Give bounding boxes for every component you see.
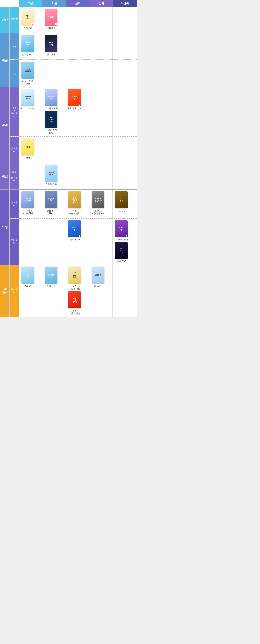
book-ildong: 일등전략 일등전략 — [90, 267, 106, 287]
book-cover-textbook: 교과서다·풍 — [45, 165, 57, 182]
cell-empty-5 — [89, 34, 113, 60]
cell-checkbasicN: 체크체크베이직N제 체크체크베이직N제 — [19, 190, 42, 218]
book-ppalggang: 짱강 짱강 — [20, 138, 35, 159]
yeonsan-sub: 문제풀이 빅터연산 1A 빅터연산 — [9, 7, 137, 33]
cell-empty-18 — [66, 163, 89, 189]
gaenyeom-mid-grid1: 체크체크베이직 체크체크베이직 체크체크수학 체크체크 수학 — [19, 88, 137, 136]
cell-ildong: 일등전략 일등전략 — [89, 265, 113, 316]
cell-empty-8 — [66, 60, 89, 87]
book-checkN: 체크체크기출심화N제 체크체크기출심화 N제 — [90, 192, 106, 215]
book-cover-typesolution: 유형해결의법칙 — [68, 192, 81, 208]
book-mathpowerG: 수학의힘 γ 수학의힘 감마 — [114, 220, 129, 241]
book-maxTOT: Tot43TOT 최강 TOT — [114, 242, 129, 263]
cell-empty-3 — [113, 7, 136, 33]
section-siheom: 시험대비 문제풀이 7일끝 7일 끝 — [0, 265, 137, 316]
gaenyeom-top-sub1: 개념 신입생수학 신입생 수학 #셀파 — [9, 34, 137, 60]
cell-empty-20 — [113, 163, 136, 189]
cell-topgrade: 최고수준 최고수준 — [113, 190, 136, 218]
header-spacer — [0, 0, 19, 7]
siheom-inner: 문제풀이 7일끝 7일 끝 — [9, 265, 137, 316]
gaenyeom-top-sub2: 개념 시작은하루수학 시작은 하루 수학 — [9, 60, 137, 87]
siheom-sub1-label: 문제풀이 — [9, 265, 19, 316]
gaenyeom-mid-sub2: 문제풀이 짱강 짱강 — [9, 136, 137, 163]
book-newbie: 신입생수학 신입생 수학 — [20, 35, 35, 56]
yeonsan-grid: 빅터연산 1A 빅터연산 더블클릭 1↑ — [19, 7, 137, 33]
cell-empty-24 — [113, 265, 136, 316]
gaenyeom-top-grid2: 시작은하루수학 시작은 하루 수학 — [19, 60, 137, 87]
cell-empty-14 — [66, 137, 89, 163]
header-row: 기초 기본 실력 심화 최상위 — [0, 0, 137, 7]
book-cover-maxTOT: Tot43TOT — [115, 242, 128, 259]
yuhyeong-sub2-label: 문제풀이 — [9, 218, 19, 264]
gaenyeom-mid-grid2: 짱강 짱강 — [19, 137, 137, 163]
col-header-practice: 실력 — [66, 0, 89, 7]
cell-mathpower: 수학의힘 α 수학의 힘 알파 — [66, 88, 89, 136]
yuhyeong-inner: 문제풀이 체크체크베이직N제 체크체크베이직N제 — [9, 190, 137, 264]
book-typesolution: 유형해결의법칙 유형해결의 법칙 — [67, 192, 82, 215]
book-cover-checkbasicN: 체크체크베이직N제 — [21, 192, 34, 208]
book-cover-mathstrategy: 수학전략 — [45, 267, 57, 284]
cell-empty-21 — [19, 218, 42, 264]
book-allhundred: All100수학 올백 기출문제집 — [67, 267, 82, 290]
cell-empty-12 — [113, 88, 136, 136]
book-cover-mathpowerB: 수학의힘 β — [68, 220, 81, 237]
cell-typesolution: 유형해결의법칙 유형해결의 법칙 — [66, 190, 89, 218]
gaenyeom-bot-sub1: 개념+문제풀이 교과서다·풍 교과서 다풍 — [9, 163, 137, 189]
book-cover-selpa: #셀파수학 — [45, 35, 57, 52]
cell-empty-13 — [42, 137, 66, 163]
book-cover-vector: 빅터연산 1A — [21, 9, 34, 26]
yuhyeong-grid2: 수학의힘 β 수학의힘 베타 수학의힘 γ — [19, 218, 137, 264]
book-textbook: 교과서다·풍 교과서 다풍 — [43, 165, 59, 186]
book-checkbasic: 체크체크베이직 체크체크베이직 — [20, 89, 35, 110]
siheom-grid: 7일끝 7일 끝 수학전략 수학전략 — [19, 265, 137, 316]
book-selpa: #셀파수학 셀파 수학 — [43, 35, 59, 56]
book-cover-newbie: 신입생수학 — [21, 35, 34, 52]
cell-empty-2 — [89, 7, 113, 33]
main-container: 기초 기본 실력 심화 최상위 연산 문제풀이 — [0, 0, 137, 316]
gaenyeom-bot-inner: 개념+문제풀이 교과서다·풍 교과서 다풍 — [9, 163, 137, 189]
siheom-sub1: 문제풀이 7일끝 7일 끝 — [9, 265, 137, 316]
cell-selpa: #셀파수학 셀파 수학 — [42, 34, 66, 60]
cell-mathpowerB: 수학의힘 β 수학의힘 베타 — [66, 218, 89, 264]
cell-newbie: 신입생수학 신입생 수학 — [19, 34, 42, 60]
gaenyeom-top-grid1: 신입생수학 신입생 수학 #셀파수학 셀파 수학 — [19, 34, 137, 60]
big-label-yuhyeong: 유형 — [0, 190, 9, 264]
gaenyeom-top-sub2-label: 개념 — [9, 60, 19, 87]
book-cover-yeolkong: 열공기출문제집 — [68, 292, 81, 308]
cell-typecheck: 유형체크N제 유형체크N제 — [42, 190, 66, 218]
cell-checkN: 체크체크기출심화N제 체크체크기출심화 N제 — [89, 190, 113, 218]
yeonsan-inner: 문제풀이 빅터연산 1A 빅터연산 — [9, 7, 137, 33]
book-7days: 7일끝 7일 끝 — [20, 267, 35, 287]
book-cover-startday: 시작은하루수학 — [21, 62, 34, 79]
cell-empty-16 — [113, 137, 136, 163]
big-label-siheom: 시험대비 — [0, 265, 9, 316]
cell-mathstrategy: 수학전략 수학전략 — [42, 265, 66, 316]
book-cover-typecheck: 유형체크N제 — [45, 192, 57, 208]
gaenyeom-mid-inner: 개념+문제풀이 체크체크베이직 체크체크베이직 — [9, 88, 137, 163]
book-cover-checkmath: 체크체크수학 — [45, 89, 57, 106]
gaenyeom-bot-sub1-label: 개념+문제풀이 — [9, 163, 19, 189]
section-yeonsan: 연산 문제풀이 빅터연산 1A 빅터연산 — [0, 7, 137, 34]
cell-mathpowerG-maxTOT: 수학의힘 γ 수학의힘 감마 Tot43TOT 최강 TOT — [113, 218, 136, 264]
cell-empty-17 — [19, 163, 42, 189]
book-solutionlaw: 개념해결의법칙 개념 해결의 법칙 — [43, 111, 59, 134]
book-cover-solutionlaw: 개념해결의법칙 — [45, 111, 57, 128]
cell-empty-9 — [89, 60, 113, 87]
cell-empty-10 — [113, 60, 136, 87]
book-cover-mathpower: 수학의힘 α — [68, 89, 81, 106]
book-mathpower: 수학의힘 α 수학의 힘 알파 — [67, 89, 82, 110]
book-cover-checkbasic: 체크체크베이직 — [21, 89, 34, 106]
cell-allhundred: All100수학 올백 기출문제집 열공기출문제집 열공 기출문제집 — [66, 265, 89, 316]
gaenyeom-top-inner: 개념 신입생수학 신입생 수학 #셀파 — [9, 34, 137, 87]
book-cover-mathpowerG: 수학의힘 γ — [115, 220, 128, 237]
gaenyeom-mid-sub1: 개념+문제풀이 체크체크베이직 체크체크베이직 — [9, 88, 137, 136]
cell-textbook: 교과서다·풍 교과서 다풍 — [42, 163, 66, 189]
cell-empty-1 — [66, 7, 89, 33]
section-gaenyeom-mid: 개념 개념+문제풀이 체크체크베이직 체크체크베이직 — [0, 88, 137, 163]
book-cover-7days: 7일끝 — [21, 267, 34, 284]
col-header-top: 최상위 — [113, 0, 137, 7]
gaenyeom-bot-grid: 교과서다·풍 교과서 다풍 — [19, 163, 137, 189]
gaenyeom-top-sub1-label: 개념 — [9, 34, 19, 60]
book-checkmath: 체크체크수학 체크체크 수학 — [43, 89, 59, 110]
section-yuhyeong: 유형 문제풀이 체크체크베이직N제 체크체크베이직N제 — [0, 190, 137, 265]
